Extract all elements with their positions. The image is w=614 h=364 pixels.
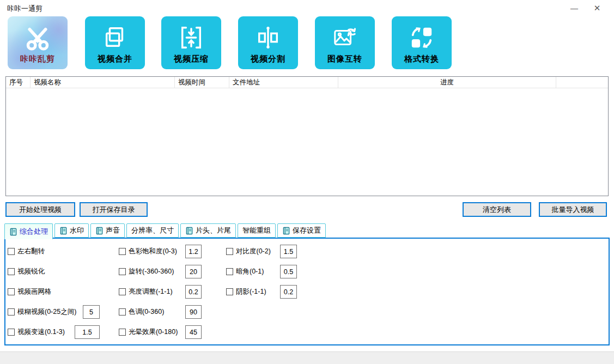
close-button[interactable]: ✕ <box>588 0 606 16</box>
toolbar-button-image-convert[interactable]: 图像互转 <box>315 16 375 69</box>
tab-intro-outro[interactable]: 片头、片尾 <box>180 223 236 238</box>
tab-general-processing[interactable]: 综合处理 <box>4 223 53 239</box>
checkbox-hue[interactable]: 色调(0-360) <box>119 307 164 316</box>
speed-input[interactable] <box>75 325 100 339</box>
checkbox-box[interactable] <box>119 329 126 336</box>
scissors-icon <box>23 25 52 57</box>
start-processing-button[interactable]: 开始处理视频 <box>5 202 75 217</box>
checkbox-box[interactable] <box>8 248 15 255</box>
shadow-input[interactable] <box>280 285 297 299</box>
checkbox-box[interactable] <box>119 288 126 295</box>
document-icon <box>59 227 68 235</box>
checkbox-rotate[interactable]: 旋转(-360-360) <box>119 267 174 276</box>
checkbox-flip-horizontal[interactable]: 左右翻转 <box>8 247 45 256</box>
checkbox-sharpen[interactable]: 视频锐化 <box>8 267 45 276</box>
column-header-path[interactable]: 文件地址 <box>229 77 338 88</box>
checkbox-speed[interactable]: 视频变速(0.1-3) <box>8 327 65 336</box>
checkbox-box[interactable] <box>119 268 126 275</box>
table-body-empty[interactable] <box>6 88 608 196</box>
tab-label: 分辨率、尺寸 <box>131 226 174 235</box>
toolbar-button-label: 视频合并 <box>98 54 132 64</box>
titlebar: 咔咔一通剪 — ✕ <box>0 0 614 16</box>
checkbox-brightness[interactable]: 亮度调整(-1-1) <box>119 287 173 296</box>
blur-input[interactable] <box>83 305 100 319</box>
document-icon <box>282 227 290 235</box>
checkbox-box[interactable] <box>8 329 15 336</box>
tab-audio[interactable]: 声音 <box>90 223 125 238</box>
column-header-empty <box>556 77 608 88</box>
tab-label: 综合处理 <box>20 227 48 236</box>
table-header-row: 序号 视频名称 视频时间 文件地址 进度 <box>6 77 608 88</box>
checkbox-box[interactable] <box>119 248 126 255</box>
brightness-input[interactable] <box>185 285 202 299</box>
checkbox-label: 对比度(0-2) <box>236 247 271 256</box>
checkbox-label: 色彩饱和度(0-3) <box>129 247 177 256</box>
tab-label: 片头、片尾 <box>196 226 231 235</box>
format-convert-icon <box>409 25 434 52</box>
toolbar-button-label: 视频分割 <box>251 54 285 64</box>
checkbox-blur[interactable]: 模糊视频(0-25之间) <box>8 307 76 316</box>
video-list-table: 序号 视频名称 视频时间 文件地址 进度 <box>5 76 609 196</box>
tab-save-settings[interactable]: 保存设置 <box>277 223 326 238</box>
toolbar-button-video-merge[interactable]: 视频合并 <box>85 16 145 69</box>
hue-input[interactable] <box>185 305 202 319</box>
checkbox-box[interactable] <box>119 308 126 316</box>
document-icon <box>9 228 17 236</box>
tab-smart-recombine[interactable]: 智能重组 <box>238 223 276 238</box>
checkbox-draw-grid[interactable]: 视频画网格 <box>8 287 52 296</box>
split-icon <box>256 25 281 52</box>
toolbar-button-label: 图像互转 <box>327 54 362 64</box>
window-title: 咔咔一通剪 <box>7 4 42 14</box>
image-convert-icon <box>332 25 357 52</box>
tab-label: 水印 <box>70 226 84 235</box>
checkbox-halo[interactable]: 光晕效果(0-180) <box>119 327 178 336</box>
document-icon <box>95 227 104 235</box>
column-header-name[interactable]: 视频名称 <box>31 77 175 88</box>
toolbar-button-label: 视频压缩 <box>174 54 209 64</box>
column-header-duration[interactable]: 视频时间 <box>175 77 229 88</box>
checkbox-box[interactable] <box>8 308 15 316</box>
checkbox-label: 色调(0-360) <box>129 307 164 317</box>
open-save-dir-button[interactable]: 打开保存目录 <box>80 202 148 217</box>
checkbox-label: 视频画网格 <box>17 287 52 296</box>
column-header-progress[interactable]: 进度 <box>338 77 556 88</box>
checkbox-saturation[interactable]: 色彩饱和度(0-3) <box>119 247 177 256</box>
checkbox-label: 模糊视频(0-25之间) <box>17 307 76 317</box>
clear-list-button[interactable]: 清空列表 <box>463 202 531 217</box>
saturation-input[interactable] <box>185 245 202 258</box>
status-bar <box>0 351 614 364</box>
column-header-index[interactable]: 序号 <box>6 77 31 88</box>
checkbox-label: 光晕效果(0-180) <box>129 327 178 337</box>
checkbox-shadow[interactable]: 阴影(-1-1) <box>226 287 266 296</box>
checkbox-label: 阴影(-1-1) <box>236 287 266 296</box>
checkbox-vignette[interactable]: 暗角(0-1) <box>226 267 264 276</box>
rotate-input[interactable] <box>185 265 202 278</box>
tab-watermark[interactable]: 水印 <box>54 223 89 238</box>
toolbar-button-label: 格式转换 <box>404 54 439 64</box>
vignette-input[interactable] <box>280 265 297 278</box>
toolbar-button-kaka-cut[interactable]: 咔咔乱剪 <box>8 16 68 69</box>
tab-label: 保存设置 <box>293 226 321 235</box>
halo-input[interactable] <box>185 325 202 339</box>
tab-label: 智能重组 <box>242 226 271 235</box>
toolbar-button-video-split[interactable]: 视频分割 <box>238 16 298 69</box>
checkbox-box[interactable] <box>226 248 233 255</box>
tab-label: 声音 <box>106 226 120 235</box>
compress-icon <box>179 25 204 52</box>
contrast-input[interactable] <box>280 245 297 258</box>
settings-tab-bar: 综合处理 水印 声音 分辨率、尺寸 片头、片尾 智能重组 <box>4 223 326 238</box>
merge-icon <box>102 25 127 52</box>
checkbox-contrast[interactable]: 对比度(0-2) <box>226 247 271 256</box>
tab-resolution-size[interactable]: 分辨率、尺寸 <box>126 223 179 238</box>
minimize-button[interactable]: — <box>565 0 583 16</box>
checkbox-label: 暗角(0-1) <box>236 267 264 276</box>
checkbox-label: 亮度调整(-1-1) <box>129 287 173 296</box>
checkbox-box[interactable] <box>8 288 15 295</box>
checkbox-label: 旋转(-360-360) <box>129 267 174 276</box>
checkbox-box[interactable] <box>226 268 233 275</box>
toolbar-button-video-compress[interactable]: 视频压缩 <box>161 16 221 69</box>
checkbox-box[interactable] <box>8 268 15 275</box>
batch-import-button[interactable]: 批量导入视频 <box>539 202 607 217</box>
toolbar-button-format-convert[interactable]: 格式转换 <box>392 16 452 69</box>
checkbox-box[interactable] <box>226 288 233 295</box>
